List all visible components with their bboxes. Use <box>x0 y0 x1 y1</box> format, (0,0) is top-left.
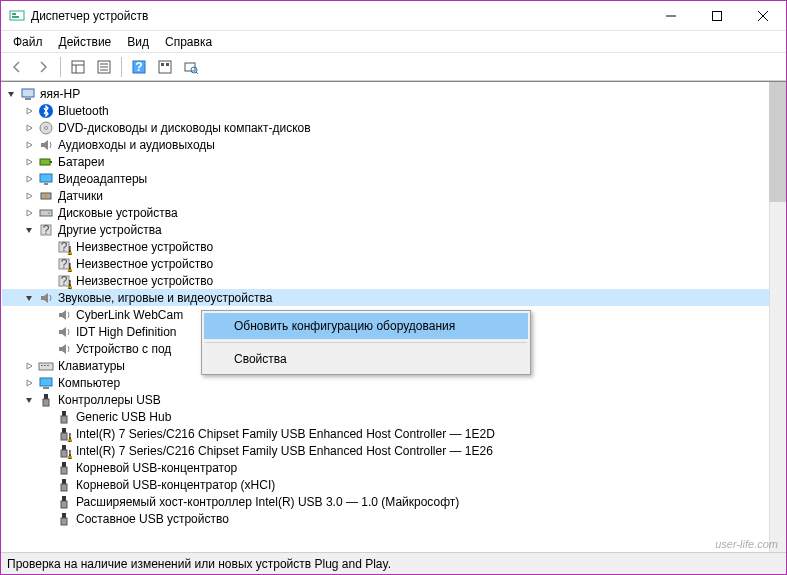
tree-row[interactable]: Видеоадаптеры <box>2 170 785 187</box>
svg-point-32 <box>45 194 48 197</box>
tree-row[interactable]: Компьютер <box>2 374 785 391</box>
svg-rect-58 <box>61 416 67 423</box>
svg-rect-64 <box>61 450 67 457</box>
usb-icon <box>56 460 72 476</box>
battery-icon <box>38 154 54 170</box>
tree-item-label: Компьютер <box>58 376 120 390</box>
svg-rect-27 <box>40 159 50 165</box>
menu-help[interactable]: Справка <box>157 33 220 51</box>
unknown-warn-icon: ?! <box>56 239 72 255</box>
tree-item-label: яяя-HP <box>40 87 80 101</box>
dvd-icon <box>38 120 54 136</box>
expander-icon[interactable] <box>22 104 36 118</box>
expander-icon[interactable] <box>22 376 36 390</box>
expander-icon[interactable] <box>22 206 36 220</box>
scrollbar[interactable] <box>769 82 786 552</box>
tree-item-label: Неизвестное устройство <box>76 240 213 254</box>
tree-row[interactable]: ?!Неизвестное устройство <box>2 238 785 255</box>
tree-row[interactable]: Корневой USB-концентратор (xHCI) <box>2 476 785 493</box>
usb-icon <box>38 392 54 408</box>
tree-row[interactable]: Корневой USB-концентратор <box>2 459 785 476</box>
minimize-button[interactable] <box>648 1 694 30</box>
tree-row[interactable]: ?!Неизвестное устройство <box>2 255 785 272</box>
statusbar: Проверка на наличие изменений или новых … <box>1 552 786 574</box>
tree-row[interactable]: Батареи <box>2 153 785 170</box>
svg-point-34 <box>48 212 50 214</box>
usb-icon <box>56 409 72 425</box>
tree-item-label: Устройство с под <box>76 342 171 356</box>
tree-row[interactable]: Расширяемый хост-контроллер Intel(R) USB… <box>2 493 785 510</box>
tree-row[interactable]: Аудиовходы и аудиовыходы <box>2 136 785 153</box>
device-tree-panel: яяя-HPBluetoothDVD-дисководы и дисководы… <box>1 81 786 552</box>
tree-row[interactable]: ?!Неизвестное устройство <box>2 272 785 289</box>
tree-row[interactable]: Составное USB устройство <box>2 510 785 527</box>
svg-point-26 <box>45 126 48 129</box>
svg-text:!: ! <box>68 447 71 459</box>
tree-item-label: Generic USB Hub <box>76 410 171 424</box>
svg-rect-33 <box>40 210 52 216</box>
svg-rect-54 <box>43 387 49 389</box>
forward-button[interactable] <box>31 55 55 79</box>
expander-icon[interactable] <box>22 359 36 373</box>
svg-rect-56 <box>43 399 49 406</box>
svg-rect-49 <box>39 363 53 370</box>
expander-icon[interactable] <box>22 223 36 237</box>
tree-row[interactable]: Звуковые, игровые и видеоустройства <box>2 289 785 306</box>
expander-icon[interactable] <box>22 172 36 186</box>
close-button[interactable] <box>740 1 786 30</box>
menu-file[interactable]: Файл <box>5 33 51 51</box>
help-button[interactable]: ? <box>127 55 151 79</box>
context-properties[interactable]: Свойства <box>204 346 528 372</box>
svg-rect-55 <box>44 394 48 399</box>
expander-icon[interactable] <box>22 291 36 305</box>
view-button[interactable] <box>153 55 177 79</box>
scan-button[interactable] <box>179 55 203 79</box>
sound-icon <box>56 307 72 323</box>
tree-item-label: Контроллеры USB <box>58 393 161 407</box>
tree-row[interactable]: Дисковые устройства <box>2 204 785 221</box>
svg-rect-29 <box>40 174 52 182</box>
tree-row[interactable]: Контроллеры USB <box>2 391 785 408</box>
expander-icon[interactable] <box>22 155 36 169</box>
svg-rect-74 <box>61 518 67 525</box>
usb-icon <box>56 494 72 510</box>
svg-text:?: ? <box>135 60 142 74</box>
tree-row[interactable]: !Intel(R) 7 Series/C216 Chipset Family U… <box>2 442 785 459</box>
context-scan-hardware[interactable]: Обновить конфигурацию оборудования <box>204 313 528 339</box>
tree-row[interactable]: яяя-HP <box>2 85 785 102</box>
usb-warn-icon: ! <box>56 426 72 442</box>
svg-rect-17 <box>161 63 164 66</box>
svg-rect-70 <box>61 484 67 491</box>
svg-rect-60 <box>61 433 67 440</box>
menu-action[interactable]: Действие <box>51 33 120 51</box>
tree-item-label: Расширяемый хост-контроллер Intel(R) USB… <box>76 495 459 509</box>
scrollbar-thumb[interactable] <box>769 82 786 202</box>
expander-icon[interactable] <box>22 138 36 152</box>
keyboard-icon <box>38 358 54 374</box>
tree-item-label: DVD-дисководы и дисководы компакт-дисков <box>58 121 311 135</box>
unknown-warn-icon: ?! <box>56 256 72 272</box>
tree-row[interactable]: !Intel(R) 7 Series/C216 Chipset Family U… <box>2 425 785 442</box>
tree-row[interactable]: Generic USB Hub <box>2 408 785 425</box>
svg-rect-4 <box>713 11 722 20</box>
tree-row[interactable]: ?Другие устройства <box>2 221 785 238</box>
tree-row[interactable]: Датчики <box>2 187 785 204</box>
expander-icon[interactable] <box>4 87 18 101</box>
computer-root-icon <box>20 86 36 102</box>
properties-button[interactable] <box>92 55 116 79</box>
expander-icon[interactable] <box>22 121 36 135</box>
tree-row[interactable]: DVD-дисководы и дисководы компакт-дисков <box>2 119 785 136</box>
expander-icon[interactable] <box>22 393 36 407</box>
menu-view[interactable]: Вид <box>119 33 157 51</box>
tree-item-label: Неизвестное устройство <box>76 257 213 271</box>
other-icon: ? <box>38 222 54 238</box>
tree-row[interactable]: Bluetooth <box>2 102 785 119</box>
svg-rect-1 <box>12 13 16 15</box>
maximize-button[interactable] <box>694 1 740 30</box>
device-tree[interactable]: яяя-HPBluetoothDVD-дисководы и дисководы… <box>2 83 785 529</box>
back-button[interactable] <box>5 55 29 79</box>
svg-rect-28 <box>50 161 52 163</box>
expander-icon[interactable] <box>22 189 36 203</box>
show-hide-button[interactable] <box>66 55 90 79</box>
svg-rect-22 <box>22 89 34 97</box>
